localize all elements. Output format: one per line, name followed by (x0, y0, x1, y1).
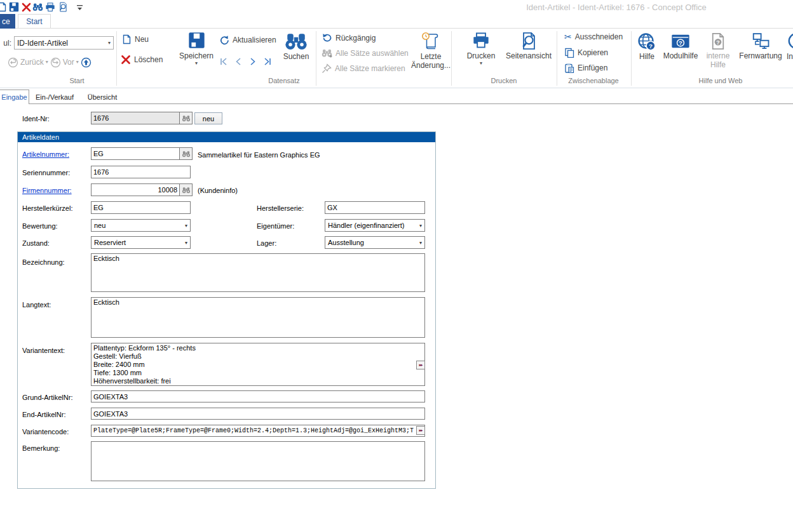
herstellerkuerzel-input[interactable] (91, 201, 191, 214)
variantentext-expand-button[interactable]: ▸▸ (416, 361, 425, 369)
page-preview-icon (520, 32, 538, 50)
last-record-icon[interactable] (263, 57, 272, 66)
ribbon-separator (631, 31, 632, 86)
group-label-hilfe-und-web: Hilfe und Web (682, 77, 759, 84)
qat-print-button[interactable] (44, 1, 56, 13)
ident-nr-input[interactable] (91, 112, 180, 124)
previous-record-icon[interactable] (234, 57, 243, 66)
artikelnummer-lookup-button[interactable] (180, 147, 193, 160)
herstellerserie-input[interactable] (325, 201, 425, 214)
alle-saetze-auswaehlen-button[interactable]: Alle Sätze auswählen (322, 48, 409, 58)
zustand-value: Reserviert (94, 239, 126, 246)
ausschneiden-button[interactable]: ✂ Ausschneiden (564, 32, 623, 41)
chevron-down-icon: ▾ (419, 223, 422, 229)
variantentext-textarea[interactable]: Plattentyp: Eckform 135° - rechts Gestel… (91, 343, 425, 386)
bewertung-label: Bewertung: (22, 222, 58, 230)
aktualisieren-button[interactable]: Aktualisieren (219, 35, 276, 45)
seriennummer-input[interactable] (91, 166, 191, 178)
up-circle-icon[interactable] (81, 57, 92, 68)
modul-combobox[interactable]: ID-Ident-Artikel ▾ (14, 36, 114, 50)
lager-select[interactable]: Ausstellung ▾ (325, 236, 425, 249)
delete-x-icon (121, 55, 131, 65)
end-artikelnr-label: End-ArtikelNr: (22, 411, 65, 418)
qat-save-button[interactable] (8, 1, 20, 13)
save-icon (188, 32, 205, 49)
qat-print-preview-button[interactable] (57, 1, 69, 13)
bewertung-select[interactable]: neu ▾ (91, 219, 191, 232)
qat-search-button[interactable] (32, 1, 43, 13)
qat-new-button[interactable] (0, 1, 8, 13)
neu-record-button[interactable]: neu (194, 112, 222, 124)
eigentuemer-select[interactable]: Händler (eigenfinanziert) ▾ (325, 219, 425, 232)
interne-hilfe-button[interactable]: ? interne Hilfe (703, 32, 733, 70)
globe-help-icon: ? (637, 32, 656, 51)
next-record-icon[interactable] (248, 57, 257, 66)
suchen-button[interactable]: Suchen (278, 32, 314, 62)
einfuegen-button[interactable]: Einfügen (564, 63, 607, 73)
pin-icon (322, 63, 332, 74)
alle-saetze-markieren-button[interactable]: Alle Sätze markieren (322, 63, 405, 74)
drucken-dropdown-icon: ▾ (480, 61, 482, 66)
form-tab-eingabe[interactable]: Eingabe (0, 90, 29, 104)
neu-button[interactable]: Neu (122, 34, 149, 44)
file-tab[interactable]: ce (0, 14, 15, 29)
herstellerkuerzel-label: Herstellerkürzel: (22, 204, 72, 212)
qat-customize-button[interactable] (74, 2, 85, 13)
forward-circle-icon[interactable] (50, 57, 61, 68)
window-help-icon: ? (671, 32, 690, 50)
back-circle-icon (8, 57, 18, 68)
artikelnummer-link[interactable]: Artikelnummer: (22, 150, 69, 158)
delete-x-icon (22, 3, 31, 12)
undo-icon (322, 33, 332, 43)
rueckgaengig-button[interactable]: Rückgängig (322, 33, 376, 43)
copy-icon (564, 48, 574, 58)
question-glyph: ? (649, 43, 653, 50)
ident-nr-lookup-button[interactable] (180, 112, 193, 124)
chevron-down-icon: ▾ (185, 240, 187, 246)
kopieren-button[interactable]: Kopieren (564, 48, 608, 58)
letzte-aenderung-button[interactable]: Letzte Änderung... (410, 32, 451, 70)
variantentext-label: Variantentext: (22, 347, 65, 354)
zustand-select[interactable]: Reserviert ▾ (91, 236, 191, 249)
variantencode-expand-button[interactable]: ▸▸ (416, 426, 425, 435)
tab-start[interactable]: Start (18, 14, 51, 29)
form-tab-ein-verkauf[interactable]: Ein-/Verkauf (32, 90, 78, 104)
remote-monitors-icon (751, 32, 770, 50)
lager-value: Ausstellung (328, 239, 364, 246)
grund-artikelnr-input[interactable] (91, 390, 425, 402)
ausschneiden-label: Ausschneiden (575, 32, 623, 41)
back-button[interactable]: Zurück ▾ Vor ▾ (8, 57, 92, 68)
lager-label: Lager: (257, 239, 276, 247)
firmennummer-input[interactable] (91, 183, 180, 196)
alle-saetze-auswaehlen-label: Alle Sätze auswählen (336, 49, 409, 58)
speichern-button[interactable]: Speichern ▾ (177, 32, 216, 66)
seitenansicht-button[interactable]: Seitenansicht (503, 32, 555, 61)
loeschen-button[interactable]: Löschen (121, 55, 163, 65)
variantencode-input[interactable] (91, 425, 425, 437)
qat-delete-button[interactable] (20, 1, 32, 13)
form-tab-uebersicht[interactable]: Übersicht (83, 90, 122, 104)
forward-dropdown-icon[interactable]: ▾ (76, 60, 79, 65)
ribbon-separator (451, 31, 452, 86)
artikelnummer-input[interactable] (91, 147, 180, 160)
firmennummer-link[interactable]: Firmennummer: (22, 187, 72, 194)
modulhilfe-button[interactable]: ? Modulhilfe (660, 32, 701, 61)
hilfe-button[interactable]: ? Hilfe (635, 32, 658, 62)
drucken-button[interactable]: Drucken ▾ (462, 32, 500, 66)
bemerkung-textarea[interactable] (91, 441, 425, 481)
langtext-textarea[interactable]: Ecktisch (91, 297, 425, 338)
app-window: Ident-Artikel - Ident-Artikel: 1676 - Co… (0, 0, 793, 532)
fernwartung-button[interactable]: Fernwartung (735, 32, 786, 61)
scissors-icon: ✂ (564, 32, 572, 41)
internet-button-partial[interactable]: In (787, 32, 793, 62)
bezeichnung-textarea[interactable]: Ecktisch (91, 253, 425, 292)
end-artikelnr-input[interactable] (91, 408, 425, 420)
suchen-button-label: Suchen (283, 53, 309, 62)
binoculars-icon (285, 32, 308, 51)
loeschen-button-label: Löschen (134, 55, 163, 64)
back-dropdown-icon[interactable]: ▾ (46, 60, 48, 65)
record-navigator (219, 57, 272, 66)
first-record-icon[interactable] (219, 57, 228, 66)
binoculars-icon (182, 150, 191, 157)
firmennummer-lookup-button[interactable] (180, 183, 193, 196)
